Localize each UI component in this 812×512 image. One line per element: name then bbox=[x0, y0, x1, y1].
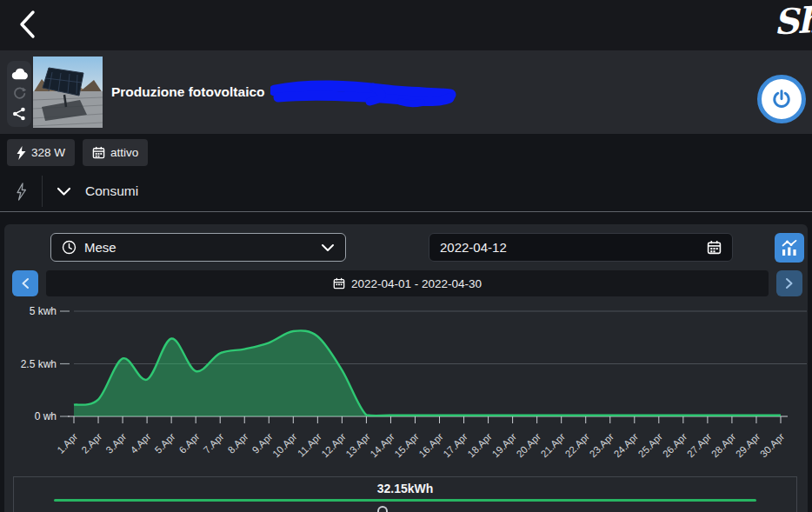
x-tick-label: 19.Apr bbox=[490, 431, 519, 460]
y-tick-label: 2.5 kwh bbox=[21, 358, 57, 370]
x-tick-label: 25.Apr bbox=[636, 431, 665, 460]
total-value: 32.15kWh bbox=[14, 482, 796, 495]
status-badge: attivo bbox=[83, 139, 148, 166]
next-period-button[interactable] bbox=[776, 270, 802, 296]
y-tick-label: 0 wh bbox=[35, 410, 57, 422]
device-title: Produzione fotovoltaico bbox=[111, 84, 265, 100]
power-badge: 328 W bbox=[7, 139, 75, 166]
x-tick-label: 3.Apr bbox=[104, 431, 129, 455]
share-button[interactable] bbox=[12, 107, 26, 121]
x-tick-label: 1.Apr bbox=[55, 431, 79, 455]
x-tick-label: 5.Apr bbox=[153, 431, 177, 455]
device-action-column bbox=[7, 61, 31, 127]
x-tick-label: 26.Apr bbox=[661, 431, 689, 460]
chart-area bbox=[74, 330, 781, 416]
x-tick-label: 21.Apr bbox=[539, 431, 568, 460]
device-card: Produzione fotovoltaico bbox=[0, 50, 812, 134]
x-tick-label: 10.Apr bbox=[270, 431, 299, 460]
x-tick-label: 2.Apr bbox=[80, 431, 104, 455]
chevron-left-icon bbox=[21, 277, 30, 289]
x-tick-label: 23.Apr bbox=[588, 431, 616, 460]
x-tick-label: 27.Apr bbox=[685, 431, 714, 460]
x-tick-label: 20.Apr bbox=[515, 431, 543, 460]
date-range-value: 2022-04-01 - 2022-04-30 bbox=[351, 277, 482, 290]
x-tick-label: 24.Apr bbox=[612, 431, 641, 460]
calendar-icon bbox=[707, 240, 722, 255]
divider bbox=[42, 176, 43, 207]
x-tick-label: 18.Apr bbox=[466, 431, 495, 460]
x-tick-label: 28.Apr bbox=[709, 431, 738, 460]
power-button[interactable] bbox=[757, 75, 806, 123]
x-tick-label: 12.Apr bbox=[319, 431, 348, 460]
consumption-chart: 5 kwh2.5 kwh0 wh1.Apr2.Apr3.Apr4.Apr5.Ap… bbox=[0, 300, 812, 474]
period-select[interactable]: Mese bbox=[50, 233, 346, 262]
x-tick-label: 29.Apr bbox=[734, 431, 762, 460]
x-tick-label: 17.Apr bbox=[442, 431, 470, 460]
back-button[interactable] bbox=[9, 4, 47, 44]
chevron-right-icon bbox=[785, 277, 794, 289]
device-title-row: Produzione fotovoltaico bbox=[111, 50, 456, 134]
calendar-icon bbox=[333, 277, 345, 289]
cloud-icon bbox=[11, 68, 28, 80]
total-underline bbox=[54, 499, 756, 502]
total-box: 32.15kWh bbox=[13, 476, 797, 512]
x-tick-label: 30.Apr bbox=[758, 431, 787, 460]
x-tick-label: 16.Apr bbox=[416, 431, 445, 460]
y-tick-label: 5 kwh bbox=[30, 305, 57, 317]
date-input-value: 2022-04-12 bbox=[440, 240, 707, 255]
x-tick-label: 7.Apr bbox=[202, 431, 226, 455]
chart-type-button[interactable] bbox=[775, 233, 804, 263]
device-thumbnail bbox=[33, 57, 103, 128]
prev-period-button[interactable] bbox=[12, 270, 38, 296]
refresh-icon bbox=[12, 86, 27, 101]
power-badge-value: 328 W bbox=[31, 146, 65, 159]
chevron-left-icon bbox=[15, 9, 41, 40]
top-bar: Sh bbox=[0, 0, 812, 50]
section-title: Consumi bbox=[85, 183, 138, 199]
x-tick-label: 13.Apr bbox=[343, 431, 372, 460]
x-tick-label: 15.Apr bbox=[392, 431, 421, 460]
clock-icon bbox=[62, 240, 77, 255]
date-range[interactable]: 2022-04-01 - 2022-04-30 bbox=[46, 270, 769, 296]
section-row-consumi[interactable]: Consumi bbox=[0, 171, 812, 212]
x-tick-label: 11.Apr bbox=[296, 431, 323, 459]
share-icon bbox=[12, 107, 26, 121]
status-badge-value: attivo bbox=[110, 146, 138, 159]
lightning-outline-icon bbox=[0, 183, 42, 201]
badge-row: 328 W attivo bbox=[7, 139, 148, 166]
refresh-button[interactable] bbox=[12, 86, 27, 101]
x-tick-label: 22.Apr bbox=[563, 431, 592, 460]
combo-chart-icon bbox=[780, 238, 799, 257]
calendar-icon bbox=[92, 146, 105, 159]
brand-logo: Sh bbox=[773, 0, 812, 42]
period-select-value: Mese bbox=[84, 240, 313, 255]
lightning-icon bbox=[17, 146, 26, 160]
x-tick-label: 8.Apr bbox=[226, 431, 250, 455]
chevron-down-icon[interactable] bbox=[57, 187, 71, 196]
chart-panel: Mese 2022-04-12 bbox=[4, 224, 808, 512]
page: Sh bbox=[0, 0, 812, 512]
x-tick-label: 4.Apr bbox=[129, 431, 153, 455]
x-tick-label: 6.Apr bbox=[177, 431, 202, 455]
x-tick-label: 14.Apr bbox=[368, 431, 396, 460]
censor-scribble bbox=[270, 78, 456, 108]
date-input[interactable]: 2022-04-12 bbox=[429, 233, 733, 262]
power-icon bbox=[770, 88, 793, 110]
partial-glyph bbox=[377, 506, 388, 512]
chevron-down-icon bbox=[321, 243, 335, 252]
